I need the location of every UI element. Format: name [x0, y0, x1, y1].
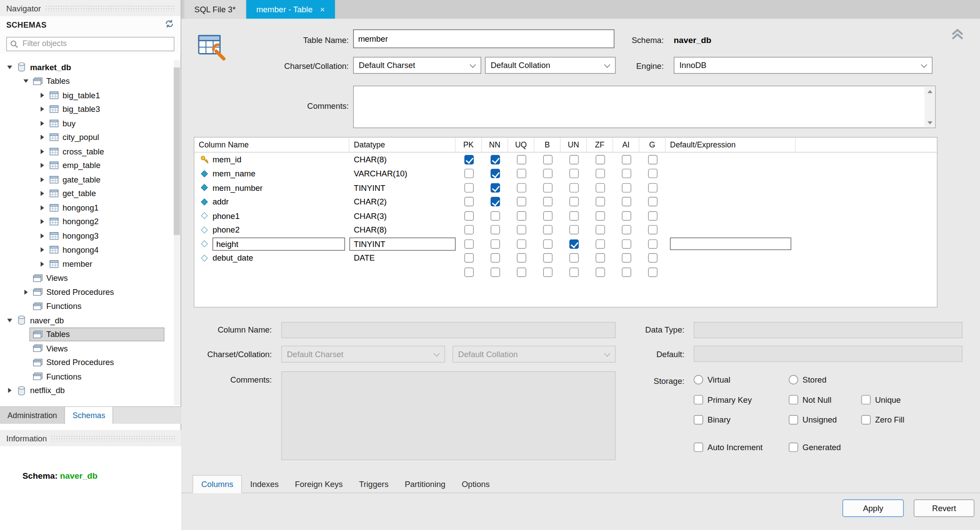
tree-item-naver-db[interactable]: naver_db [0, 313, 181, 327]
engine-dropdown[interactable]: InnoDB [674, 57, 933, 74]
flag-un-checkbox[interactable] [569, 211, 578, 220]
sidebar-scrollbar-thumb[interactable] [174, 68, 180, 235]
subtab-indexes[interactable]: Indexes [242, 475, 287, 493]
scroll-up-icon[interactable] [924, 86, 935, 97]
default-expression-cell[interactable] [665, 153, 795, 167]
flag-ai-checkbox[interactable] [622, 225, 631, 234]
flag-un-checkbox[interactable] [569, 183, 578, 192]
flag-uq-checkbox[interactable] [517, 253, 526, 262]
flag-ai-checkbox[interactable] [622, 211, 631, 220]
checkbox-indicator[interactable] [694, 442, 703, 451]
checkbox-indicator[interactable] [694, 395, 703, 404]
flag-zf-checkbox[interactable] [595, 183, 604, 192]
flag-uq-checkbox[interactable] [517, 183, 526, 192]
grid-header-default-expression[interactable]: Default/Expression [665, 137, 795, 152]
comments-scrollbar[interactable] [924, 86, 935, 128]
expand-arrow-icon[interactable] [37, 93, 46, 98]
tree-item-big-table1[interactable]: big_table1 [0, 88, 181, 102]
flag-uq-checkbox[interactable] [517, 155, 526, 164]
expand-arrow-icon[interactable] [5, 388, 14, 394]
tree-item-functions[interactable]: Functions [0, 369, 181, 383]
grid-header-nn[interactable]: NN [482, 137, 508, 152]
table-comments-textarea[interactable] [353, 86, 936, 128]
datatype-cell[interactable]: CHAR(2) [349, 195, 455, 209]
flag-uq-checkbox[interactable] [517, 169, 526, 178]
unique-checkbox[interactable]: Unique [861, 394, 901, 405]
flag-un-checkbox[interactable] [569, 169, 578, 178]
flag-zf-checkbox[interactable] [595, 239, 604, 248]
flag-ai-checkbox[interactable] [622, 197, 631, 206]
flag-g-checkbox[interactable] [648, 211, 657, 220]
collapse-arrow-icon[interactable] [21, 78, 30, 84]
close-tab-icon[interactable]: × [320, 5, 325, 14]
checkbox-indicator[interactable] [861, 415, 870, 424]
column-name-edit-input[interactable] [212, 237, 345, 251]
tree-item-netflix-db[interactable]: netflix_db [0, 383, 181, 398]
default-expression-cell[interactable] [665, 195, 795, 209]
expand-arrow-icon[interactable] [37, 163, 46, 168]
tree-item-stored-procedures[interactable]: Stored Procedures [0, 355, 181, 369]
table-row[interactable]: debut_dateDATE [194, 251, 937, 265]
flag-g-checkbox[interactable] [648, 169, 657, 178]
grid-header-pk[interactable]: PK [456, 137, 482, 152]
expand-arrow-icon[interactable] [37, 233, 46, 239]
flag-ai-checkbox[interactable] [622, 183, 631, 192]
flag-b-checkbox[interactable] [543, 225, 552, 234]
filter-input[interactable] [21, 39, 174, 49]
table-row[interactable] [194, 265, 937, 279]
flag-zf-checkbox[interactable] [595, 225, 604, 234]
radio-indicator[interactable] [694, 375, 703, 384]
grid-header-uq[interactable]: UQ [508, 137, 534, 152]
flag-g-checkbox[interactable] [648, 239, 657, 248]
datatype-cell[interactable]: VARCHAR(10) [349, 167, 455, 181]
radio-indicator[interactable] [789, 375, 798, 384]
expand-arrow-icon[interactable] [37, 261, 46, 267]
tree-item-hongong1[interactable]: hongong1 [0, 201, 181, 215]
collapse-arrow-icon[interactable] [5, 64, 14, 70]
tree-item-functions[interactable]: Functions [0, 299, 181, 313]
flag-b-checkbox[interactable] [543, 169, 552, 178]
nav-tab-administration[interactable]: Administration [0, 407, 65, 424]
document-tab-member-table[interactable]: member - Table× [246, 0, 335, 19]
grid-header-datatype[interactable]: Datatype [349, 137, 455, 152]
flag-pk-checkbox[interactable] [464, 267, 473, 276]
nav-tab-schemas[interactable]: Schemas [65, 407, 113, 424]
stored-radio[interactable]: Stored [789, 374, 826, 385]
expand-arrow-icon[interactable] [37, 191, 46, 197]
grid-header-un[interactable]: UN [561, 137, 587, 152]
flag-pk-checkbox[interactable] [464, 225, 473, 234]
flag-un-checkbox[interactable] [569, 197, 578, 206]
tree-item-emp-table[interactable]: emp_table [0, 158, 181, 172]
unsigned-checkbox[interactable]: Unsigned [789, 414, 837, 425]
flag-uq-checkbox[interactable] [517, 225, 526, 234]
tree-item-views[interactable]: Views [0, 341, 181, 355]
tree-item-hongong2[interactable]: hongong2 [0, 215, 181, 229]
table-row[interactable]: mem_nameVARCHAR(10) [194, 167, 937, 181]
flag-b-checkbox[interactable] [543, 239, 552, 248]
expand-arrow-icon[interactable] [21, 289, 30, 295]
column-name-cell[interactable]: phone1 [194, 209, 349, 223]
virtual-radio[interactable]: Virtual [694, 374, 730, 385]
flag-b-checkbox[interactable] [543, 197, 552, 206]
flag-nn-checkbox[interactable] [490, 225, 500, 234]
flag-g-checkbox[interactable] [648, 183, 657, 192]
expand-arrow-icon[interactable] [37, 121, 46, 126]
flag-ai-checkbox[interactable] [622, 169, 631, 178]
flag-un-checkbox[interactable] [569, 225, 578, 234]
expand-arrow-icon[interactable] [37, 135, 46, 140]
table-row[interactable]: phone1CHAR(3) [194, 209, 937, 223]
datatype-cell[interactable]: TINYINT [349, 181, 455, 195]
flag-pk-checkbox[interactable] [464, 239, 473, 248]
checkbox-indicator[interactable] [789, 395, 798, 404]
default-expression-cell[interactable] [665, 251, 795, 265]
flag-b-checkbox[interactable] [543, 183, 552, 192]
apply-button[interactable]: Apply [843, 499, 904, 517]
grid-header-b[interactable]: B [534, 137, 561, 152]
not-null-checkbox[interactable]: Not Null [789, 394, 831, 405]
flag-pk-checkbox[interactable] [464, 211, 473, 220]
datatype-cell[interactable] [349, 265, 455, 279]
expand-arrow-icon[interactable] [37, 219, 46, 225]
flag-nn-checkbox[interactable] [490, 155, 500, 164]
sidebar-scrollbar[interactable] [174, 60, 180, 405]
tree-item-hongong4[interactable]: hongong4 [0, 243, 181, 257]
